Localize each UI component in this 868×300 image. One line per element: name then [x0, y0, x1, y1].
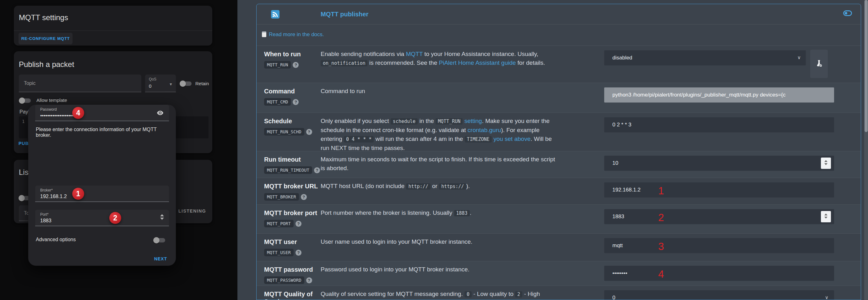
setting-input[interactable]: 192.168.1.2: [604, 182, 834, 197]
retain-label: Retain: [195, 81, 209, 86]
help-icon[interactable]: ?: [296, 221, 302, 227]
setting-label: Schedule: [264, 117, 318, 125]
desc-text: will run the scan after 4 am in the: [374, 136, 464, 142]
panel-title: MQTT publisher: [321, 11, 368, 18]
setting-input[interactable]: mqtt: [604, 238, 834, 253]
setting-control: 0 2 * * 3: [604, 113, 834, 151]
docs-link-text: Read more in the docs.: [269, 31, 324, 37]
setting-description: Only enabled if you select schedule in t…: [321, 117, 557, 153]
inline-code: 0 4 * * *: [344, 136, 374, 142]
broker-field[interactable]: Broker* 192.168.1.2 1: [35, 186, 169, 202]
scrollbar: [864, 0, 868, 300]
env-var-chip: MQTT_PORT: [264, 220, 293, 227]
setting-select[interactable]: disabled: [604, 50, 806, 65]
inline-code: on_notification: [321, 60, 367, 66]
help-icon[interactable]: ?: [306, 277, 312, 283]
help-icon[interactable]: ?: [296, 250, 302, 256]
inline-link[interactable]: setting: [464, 118, 482, 124]
setting-control: 18832: [604, 205, 834, 233]
desc-text: Maximum time in seconds to wait for the …: [321, 156, 555, 171]
allow-template-toggle[interactable]: [20, 99, 31, 103]
rss-icon: [271, 10, 279, 19]
number-stepper[interactable]: [821, 158, 831, 169]
docs-link[interactable]: Read more in the docs.: [262, 31, 324, 38]
collapse-toggle-icon[interactable]: [843, 10, 852, 16]
desc-text: MQTT host URL (do not include: [321, 183, 406, 189]
desc-text: Only enabled if you select: [321, 118, 391, 124]
password-field[interactable]: Password •••••••••••••••••••••• 4: [35, 105, 169, 121]
settings-row: MQTT Quality of Service ? Quality of ser…: [256, 285, 861, 300]
setting-label: MQTT broker port: [264, 209, 318, 217]
number-stepper[interactable]: [821, 211, 831, 222]
qos-select[interactable]: QoS 0 ▼: [145, 75, 176, 92]
help-icon[interactable]: ?: [306, 129, 312, 135]
page-title: MQTT settings: [19, 13, 68, 22]
setting-input[interactable]: 1883: [604, 209, 834, 224]
dialog-subtitle: Please enter the connection information …: [36, 127, 168, 138]
annotation-badge: 2: [109, 212, 121, 224]
advanced-options-toggle[interactable]: [154, 238, 165, 242]
setting-control: mqtt3: [604, 234, 834, 261]
field-label: Port*: [40, 212, 49, 217]
mqtt-settings-card: MQTT settings RE-CONFIGURE MQTT: [14, 6, 212, 46]
annotation-number: 2: [658, 212, 664, 224]
help-icon[interactable]: ?: [293, 99, 299, 105]
setting-description: Port number where the broker is listenin…: [321, 209, 557, 218]
docs-icon: [262, 31, 266, 37]
field-label: Password: [40, 107, 57, 112]
setting-input[interactable]: ••••••••: [604, 266, 834, 281]
settings-row: MQTT password MQTT_PASSWORD? Password us…: [256, 261, 861, 285]
setting-control: 192.168.1.21: [604, 178, 834, 204]
annotation-number: 1: [658, 185, 664, 197]
port-stepper[interactable]: [159, 214, 164, 222]
settings-rows: When to run MQTT_RUN? Enable sending not…: [256, 46, 861, 300]
advanced-options-label: Advanced options: [36, 237, 76, 242]
inline-link[interactable]: crontab.guru: [468, 127, 501, 133]
docs-row: Read more in the docs.: [256, 25, 861, 46]
setting-description: User name used to login into your MQTT b…: [321, 238, 557, 246]
qos-label: QoS: [149, 77, 156, 81]
allow-template-label: Allow template: [36, 98, 67, 103]
listening-button[interactable]: LISTENING: [178, 209, 206, 214]
topic-input-label: Topic: [24, 81, 35, 86]
panel-header: MQTT publisher: [256, 4, 861, 25]
setting-control: ••••••••4: [604, 261, 834, 285]
inline-code: https://: [439, 183, 466, 190]
env-var-chip: MQTT_RUN_TIMEOUT: [264, 166, 312, 174]
run-test-button[interactable]: [810, 50, 828, 78]
setting-description: Enable sending notifications via MQTT to…: [321, 50, 557, 67]
inline-link[interactable]: PiAlert Home Assistant guide: [439, 59, 516, 66]
setting-control: disabled∨: [604, 46, 834, 83]
port-field[interactable]: Port* 1883 2: [35, 210, 169, 226]
inline-link[interactable]: MQTT: [406, 51, 423, 57]
desc-text: Command to run: [321, 88, 365, 94]
setting-input[interactable]: 0 2 * * 3: [604, 117, 834, 132]
env-var-chip: MQTT_BROKER: [264, 193, 299, 201]
desc-text: Enable sending notifications via: [321, 51, 406, 57]
settings-row: MQTT broker port MQTT_PORT? Port number …: [256, 204, 861, 233]
setting-select[interactable]: 0: [604, 290, 834, 300]
setting-input[interactable]: 10: [604, 156, 834, 171]
desc-text: - Low quality to: [472, 291, 515, 297]
help-icon[interactable]: ?: [301, 194, 307, 200]
topic-input[interactable]: Topic: [19, 75, 141, 92]
card-title: Publish a packet: [19, 60, 74, 69]
setting-label: When to run: [264, 50, 318, 58]
show-password-icon[interactable]: [156, 109, 164, 117]
setting-description: MQTT host URL (do not include http:// or…: [321, 182, 557, 191]
setting-label: MQTT password: [264, 266, 318, 273]
setting-description: Command to run: [321, 87, 557, 96]
annotation-badge: 1: [72, 188, 84, 200]
help-icon[interactable]: ?: [293, 62, 299, 68]
retain-toggle[interactable]: [180, 81, 192, 86]
setting-control: 10: [604, 151, 834, 178]
help-icon[interactable]: ?: [314, 167, 320, 173]
inline-code: 2: [515, 291, 522, 298]
inline-code: 0: [464, 291, 472, 298]
scrollbar-thumb[interactable]: [865, 0, 868, 132]
inline-link[interactable]: you set above: [493, 136, 530, 142]
reconfigure-mqtt-button[interactable]: RE-CONFIGURE MQTT: [19, 33, 72, 44]
inline-code: MQTT_RUN: [436, 118, 463, 125]
env-var-chip: MQTT_RUN: [264, 61, 291, 69]
next-button[interactable]: NEXT: [154, 256, 167, 261]
